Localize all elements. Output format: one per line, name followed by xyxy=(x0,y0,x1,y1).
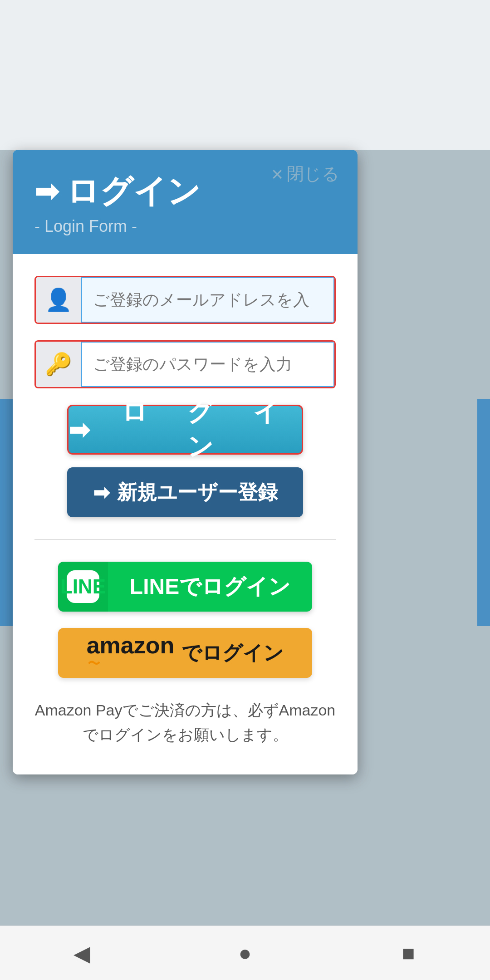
line-button-label: LINEでログイン xyxy=(108,572,312,601)
line-login-button[interactable]: LINE LINEでログイン xyxy=(58,562,312,612)
close-label: 閉じる xyxy=(287,162,339,186)
password-input[interactable] xyxy=(81,342,334,387)
home-button[interactable]: ● xyxy=(227,935,263,971)
amazon-logo: amazon 〜 xyxy=(87,633,175,672)
amazon-smile-icon: 〜 xyxy=(88,655,100,672)
nav-bar: ◀ ● ■ xyxy=(0,926,490,980)
login-button[interactable]: ➡ ロ グ イ ン xyxy=(67,405,303,455)
email-icon-wrapper: 👤 xyxy=(36,277,81,323)
amazon-login-button[interactable]: amazon 〜 でログイン xyxy=(58,628,312,678)
overview-button[interactable]: ■ xyxy=(390,935,426,971)
overview-icon: ■ xyxy=(402,941,415,965)
line-icon: LINE xyxy=(67,570,99,603)
modal-body: 👤 🔑 ➡ ロ グ イ ン ➡ 新規ユーザー登録 xyxy=(13,254,358,774)
login-modal: × 閉じる ➡ ログイン - Login Form - 👤 🔑 ➡ xyxy=(13,150,358,774)
close-x-icon: × xyxy=(271,163,283,186)
modal-subtitle: - Login Form - xyxy=(34,217,336,236)
section-divider xyxy=(34,539,336,540)
amazon-note: Amazon Payでご決済の方は、必ずAmazonでログインをお願いします。 xyxy=(34,698,336,747)
line-icon-wrapper: LINE xyxy=(58,562,108,612)
password-icon-wrapper: 🔑 xyxy=(36,342,81,387)
back-icon: ◀ xyxy=(74,941,90,966)
person-icon: 👤 xyxy=(45,287,72,313)
email-input-group: 👤 xyxy=(34,276,336,324)
close-button[interactable]: × 閉じる xyxy=(271,162,339,186)
register-button-icon: ➡ xyxy=(93,481,110,504)
title-text: ログイン xyxy=(66,170,201,213)
social-section: LINE LINEでログイン amazon 〜 でログイン Amazon Pay… xyxy=(34,562,336,747)
home-icon: ● xyxy=(239,941,252,965)
password-input-group: 🔑 xyxy=(34,340,336,388)
register-button[interactable]: ➡ 新規ユーザー登録 xyxy=(67,467,303,517)
login-button-label: ロ グ イ ン xyxy=(106,395,302,464)
back-button[interactable]: ◀ xyxy=(64,935,100,971)
buttons-section: ➡ ロ グ イ ン ➡ 新規ユーザー登録 xyxy=(34,405,336,517)
register-button-label: 新規ユーザー登録 xyxy=(117,479,278,506)
email-input[interactable] xyxy=(81,277,334,323)
login-button-icon: ➡ xyxy=(69,415,97,445)
key-icon: 🔑 xyxy=(45,352,72,377)
amazon-button-label: でログイン xyxy=(181,640,284,666)
login-arrow-icon: ➡ xyxy=(34,175,59,208)
amazon-text: amazon xyxy=(87,633,175,657)
modal-header: × 閉じる ➡ ログイン - Login Form - xyxy=(13,150,358,254)
